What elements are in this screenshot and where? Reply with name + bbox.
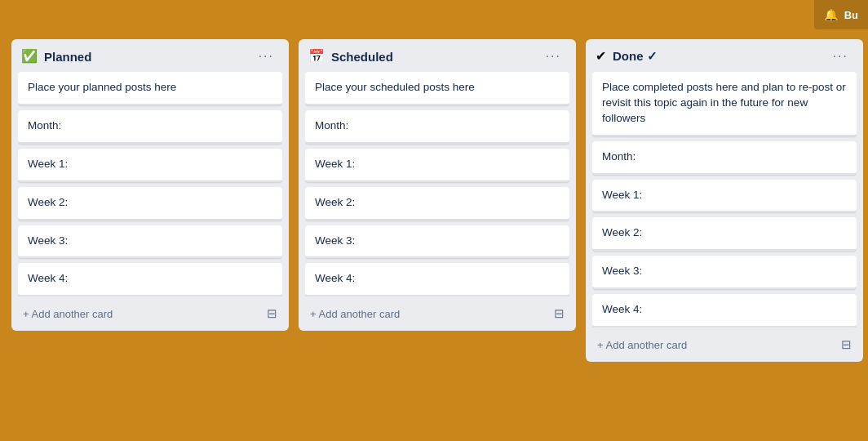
card-done-1[interactable]: Month: [592, 141, 857, 175]
card-scheduled-3[interactable]: Week 2: [305, 187, 569, 220]
card-scheduled-4[interactable]: Week 3: [305, 225, 569, 259]
column-menu-button-done[interactable]: ··· [828, 47, 853, 65]
card-scheduled-5[interactable]: Week 4: [305, 263, 569, 296]
add-card-label-done: + Add another card [597, 339, 687, 351]
board: ✅Planned···Place your planned posts here… [0, 0, 868, 441]
column-done: ✔Done ✓···Place completed posts here and… [586, 39, 863, 362]
column-menu-button-planned[interactable]: ··· [254, 47, 279, 65]
notification-icon: 🔔 [824, 8, 838, 21]
top-bar: 🔔 Bu [814, 0, 868, 29]
card-planned-3[interactable]: Week 2: [18, 187, 282, 220]
cards-list-planned: Place your planned posts hereMonth:Week … [18, 72, 282, 296]
column-title-scheduled: Scheduled [331, 50, 393, 64]
card-done-2[interactable]: Week 1: [592, 180, 857, 213]
card-planned-0[interactable]: Place your planned posts here [18, 72, 282, 105]
card-done-3[interactable]: Week 2: [592, 217, 857, 251]
card-scheduled-0[interactable]: Place your scheduled posts here [305, 72, 569, 105]
column-title-group-done: ✔Done ✓ [596, 49, 658, 64]
card-planned-4[interactable]: Week 3: [18, 225, 282, 259]
column-icon-done: ✔ [596, 50, 606, 63]
card-done-0[interactable]: Place completed posts here and plan to r… [592, 72, 857, 136]
column-icon-scheduled: 📅 [308, 50, 325, 63]
column-menu-button-scheduled[interactable]: ··· [541, 47, 566, 65]
column-title-done: Done ✓ [613, 49, 658, 64]
add-card-button-done[interactable]: + Add another card⊟ [592, 331, 857, 355]
add-card-label-planned: + Add another card [23, 308, 113, 320]
column-planned: ✅Planned···Place your planned posts here… [11, 39, 289, 331]
card-planned-5[interactable]: Week 4: [18, 263, 282, 296]
column-header-planned: ✅Planned··· [18, 47, 282, 72]
column-title-group-planned: ✅Planned [21, 50, 91, 64]
card-scheduled-1[interactable]: Month: [305, 110, 569, 144]
column-title-planned: Planned [44, 50, 91, 64]
top-bar-label: Bu [844, 9, 858, 21]
column-header-done: ✔Done ✓··· [592, 47, 857, 72]
card-done-5[interactable]: Week 4: [592, 294, 857, 327]
add-card-template-icon-done: ⊟ [841, 337, 852, 352]
column-scheduled: 📅Scheduled···Place your scheduled posts … [299, 39, 576, 331]
card-scheduled-2[interactable]: Week 1: [305, 149, 569, 182]
column-title-group-scheduled: 📅Scheduled [308, 50, 393, 64]
add-card-template-icon-scheduled: ⊟ [554, 306, 565, 321]
column-icon-planned: ✅ [21, 50, 38, 63]
card-planned-1[interactable]: Month: [18, 110, 282, 144]
add-card-template-icon-planned: ⊟ [267, 306, 277, 321]
add-card-button-planned[interactable]: + Add another card⊟ [18, 300, 282, 324]
add-card-button-scheduled[interactable]: + Add another card⊟ [305, 300, 569, 324]
cards-list-scheduled: Place your scheduled posts hereMonth:Wee… [305, 72, 569, 296]
card-done-4[interactable]: Week 3: [592, 256, 857, 289]
add-card-label-scheduled: + Add another card [310, 308, 400, 320]
card-planned-2[interactable]: Week 1: [18, 149, 282, 182]
cards-list-done: Place completed posts here and plan to r… [592, 72, 857, 327]
column-header-scheduled: 📅Scheduled··· [305, 47, 569, 72]
